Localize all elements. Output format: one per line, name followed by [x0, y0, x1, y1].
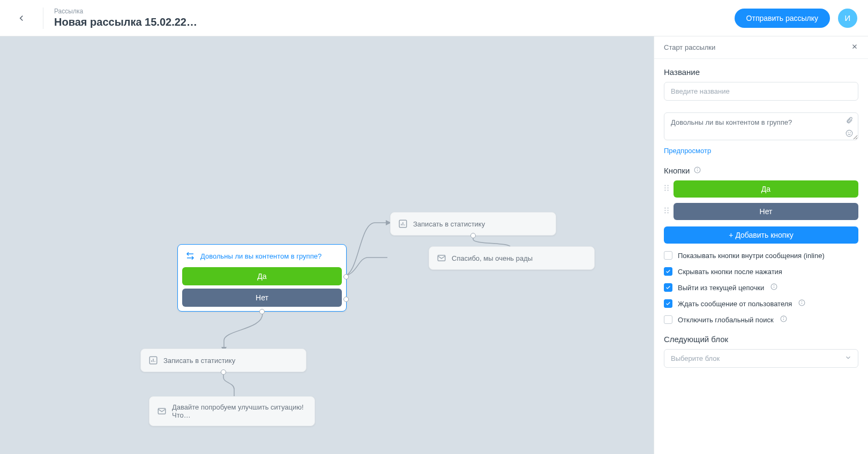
title-block: Рассылка Новая рассылка 15.02.22… — [54, 7, 735, 28]
send-button[interactable]: Отправить рассылку — [735, 9, 830, 28]
header: Рассылка Новая рассылка 15.02.22… Отправ… — [0, 0, 868, 36]
page-title: Новая рассылка 15.02.22… — [54, 16, 735, 28]
divider — [43, 7, 43, 29]
avatar[interactable]: И — [838, 9, 857, 28]
back-button[interactable] — [11, 7, 32, 29]
chevron-left-icon — [17, 13, 26, 23]
breadcrumb: Рассылка — [54, 7, 735, 15]
